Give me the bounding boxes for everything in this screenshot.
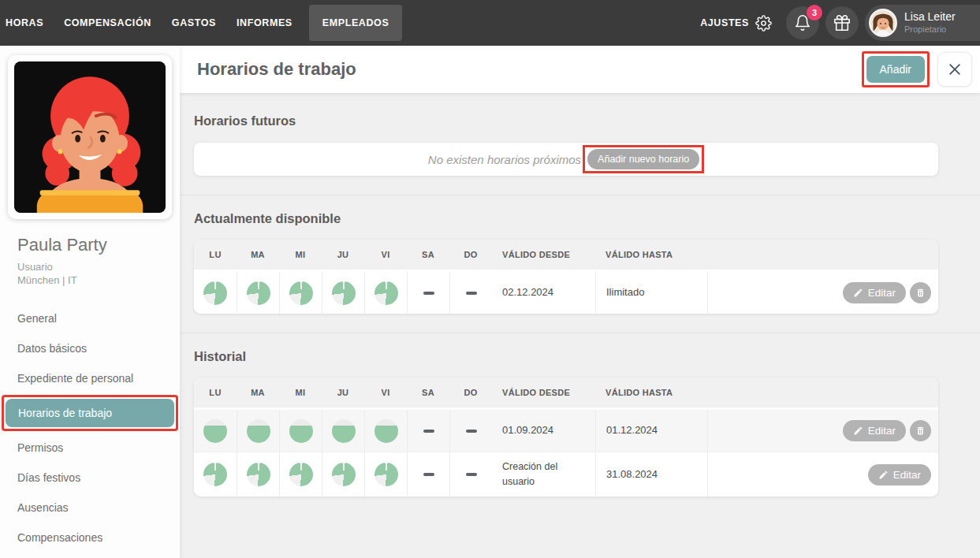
partial-day-pie-icon	[247, 281, 270, 305]
partial-day-pie-icon	[332, 281, 356, 305]
edit-button-label: Editar	[868, 425, 896, 437]
add-schedule-button[interactable]: Añadir	[866, 56, 925, 83]
day-cell	[237, 452, 279, 497]
future-schedules-section: Horarios futuros No existen horarios pró…	[194, 93, 938, 176]
notification-count-badge: 3	[807, 5, 822, 20]
valid-to-value: 31.08.2024	[595, 452, 707, 497]
gift-icon	[833, 14, 851, 32]
day-cell	[407, 452, 449, 497]
col-header-ju: JU	[322, 378, 364, 407]
full-day-icon	[247, 419, 270, 443]
nav-tab-gastos[interactable]: GASTOS	[162, 5, 226, 41]
day-cell	[449, 410, 492, 452]
day-cell	[449, 452, 492, 497]
col-header-ju: JU	[322, 240, 364, 270]
table-header-row: LU MA MI JU VI SA DO VÁLIDO DESDE VÁLIDO…	[194, 378, 938, 407]
nav-tab-horas[interactable]: HORAS	[0, 5, 54, 41]
employee-name: Paula Party	[17, 235, 162, 255]
col-header-vi: VI	[364, 240, 407, 270]
sidebar-item-expediente[interactable]: Expediente de personal	[0, 363, 180, 393]
employee-role: Usuario	[17, 261, 162, 273]
day-cell	[322, 410, 364, 452]
partial-day-pie-icon	[289, 463, 313, 486]
settings-menu[interactable]: AJUSTES	[700, 15, 772, 32]
sidebar-item-ausencias[interactable]: Ausencias	[0, 493, 180, 523]
row-actions: Editar	[707, 410, 938, 452]
annotation-box-add-new-schedule: Añadir nuevo horario	[583, 145, 704, 173]
day-cell	[194, 272, 237, 314]
valid-from-value: 02.12.2024	[492, 272, 595, 314]
day-cell	[279, 410, 322, 452]
partial-day-pie-icon	[374, 463, 398, 486]
col-header-actions	[707, 240, 938, 270]
annotation-box-horarios: Horarios de trabajo	[2, 395, 178, 431]
sidebar-item-datos-basicos[interactable]: Datos básicos	[0, 333, 180, 363]
col-header-ma: MA	[237, 378, 279, 407]
rewards-button[interactable]	[825, 6, 859, 39]
col-header-lu: LU	[194, 240, 237, 270]
full-day-icon	[374, 419, 398, 443]
col-header-valid-to: VÁLIDO HASTA	[595, 240, 707, 270]
page-title: Horarios de trabajo	[197, 59, 356, 80]
nav-tab-compensacion[interactable]: COMPENSACIÓN	[54, 5, 162, 41]
schedule-row: 01.09.2024 01.12.2024 Editar	[194, 410, 938, 452]
current-user-menu[interactable]: Lisa Leiter Propietario	[865, 5, 980, 41]
current-user-avatar	[869, 9, 897, 37]
current-schedule-table: LU MA MI JU VI SA DO VÁLIDO DESDE VÁLIDO…	[194, 240, 938, 314]
day-off-dash-icon	[423, 430, 434, 433]
employee-sidebar: Paula Party Usuario München | IT General…	[0, 46, 180, 558]
col-header-lu: LU	[194, 378, 237, 407]
table-header-row: LU MA MI JU VI SA DO VÁLIDO DESDE VÁLIDO…	[194, 240, 938, 270]
day-cell	[237, 272, 279, 314]
nav-tab-empleados[interactable]: EMPLEADOS	[309, 5, 403, 41]
day-off-dash-icon	[466, 473, 477, 476]
col-header-valid-from: VÁLIDO DESDE	[492, 240, 595, 270]
row-actions: Editar	[707, 452, 938, 497]
day-cell	[364, 272, 407, 314]
partial-day-pie-icon	[289, 281, 313, 305]
current-schedule-heading: Actualmente disponible	[194, 211, 938, 226]
topnav-right-controls: AJUSTES 3	[700, 0, 980, 46]
future-schedules-empty-card: No existen horarios próximos Añadir nuev…	[194, 143, 938, 176]
top-navigation-bar: HORAS COMPENSACIÓN GASTOS INFORMES EMPLE…	[0, 0, 980, 46]
current-user-role: Propietario	[904, 24, 956, 35]
history-section: Historial LU MA MI JU VI SA DO VÁLIDO DE…	[194, 333, 938, 497]
edit-button[interactable]: Editar	[843, 420, 906, 441]
row-actions: Editar	[707, 272, 938, 314]
edit-button[interactable]: Editar	[843, 282, 906, 303]
sidebar-item-horarios-de-trabajo[interactable]: Horarios de trabajo	[6, 399, 174, 427]
day-cell	[194, 452, 237, 497]
day-cell	[364, 452, 407, 497]
annotation-box-add-button: Añadir	[862, 51, 930, 87]
add-new-schedule-button[interactable]: Añadir nuevo horario	[587, 149, 699, 169]
delete-button[interactable]	[910, 282, 931, 303]
pencil-icon	[853, 426, 863, 436]
sidebar-item-general[interactable]: General	[0, 303, 180, 333]
day-off-dash-icon	[423, 292, 434, 295]
delete-button[interactable]	[910, 420, 931, 441]
partial-day-pie-icon	[332, 463, 356, 486]
edit-button-label: Editar	[893, 469, 921, 481]
nav-tab-informes[interactable]: INFORMES	[226, 5, 303, 41]
main-panel: Horarios de trabajo Añadir Horarios futu…	[180, 46, 980, 558]
day-off-dash-icon	[466, 430, 477, 433]
day-cell	[407, 410, 449, 452]
schedule-row: 02.12.2024 Ilimitado Editar	[194, 272, 938, 314]
future-schedules-heading: Horarios futuros	[194, 113, 938, 128]
employee-location: München | IT	[17, 274, 162, 286]
close-button[interactable]	[937, 52, 972, 87]
edit-button[interactable]: Editar	[868, 464, 931, 485]
gear-icon	[755, 15, 772, 32]
sidebar-item-dias-festivos[interactable]: Días festivos	[0, 463, 180, 493]
employee-photo-card	[8, 55, 172, 219]
col-header-do: DO	[449, 378, 492, 407]
sidebar-item-permisos[interactable]: Permisos	[0, 433, 180, 463]
col-header-valid-from: VÁLIDO DESDE	[492, 378, 595, 407]
day-cell	[237, 410, 279, 452]
sidebar-item-compensaciones[interactable]: Compensaciones	[0, 523, 180, 552]
day-off-dash-icon	[423, 473, 434, 476]
notifications-button[interactable]: 3	[786, 6, 819, 39]
col-header-sa: SA	[407, 378, 449, 407]
day-cell	[364, 410, 407, 452]
pencil-icon	[878, 470, 889, 480]
